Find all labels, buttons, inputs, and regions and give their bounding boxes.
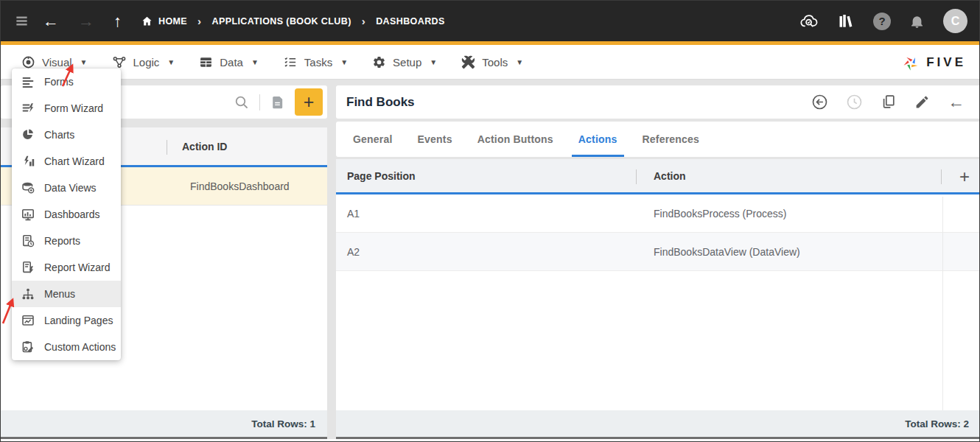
tab-actions[interactable]: Actions xyxy=(566,122,630,157)
nav-back-button[interactable]: ← xyxy=(43,13,59,29)
setup-gear-icon xyxy=(372,55,386,69)
total-rows-label: Total Rows: 1 xyxy=(251,418,315,429)
menu-item-landing-pages[interactable]: Landing Pages xyxy=(12,307,121,334)
user-avatar[interactable]: C xyxy=(943,9,967,33)
caret-down-icon: ▼ xyxy=(430,58,437,66)
nav-up-button[interactable]: ↑ xyxy=(113,13,122,29)
menu-item-menus[interactable]: Menus xyxy=(12,281,121,307)
form-wizard-icon xyxy=(21,102,35,115)
tab-action-buttons[interactable]: Action Buttons xyxy=(465,122,566,157)
data-views-icon xyxy=(21,181,35,194)
collapse-panel-icon[interactable]: ← xyxy=(948,94,965,110)
custom-actions-icon xyxy=(21,340,35,354)
add-record-button[interactable]: + xyxy=(295,88,323,116)
hamburger-menu-icon[interactable] xyxy=(14,14,29,28)
action-cell: FindBooksProcess (Process) xyxy=(654,208,787,220)
document-icon[interactable] xyxy=(270,94,285,110)
nav-forward-button[interactable]: → xyxy=(78,13,94,29)
tasks-icon xyxy=(283,55,298,69)
dashboards-icon xyxy=(21,208,35,221)
app-window: ← → ↑ HOME › APPLICATIONS (BOOK CLUB) › … xyxy=(0,0,980,442)
table-row[interactable]: A1 FindBooksProcess (Process) xyxy=(336,194,980,233)
detail-panel-bottom-edge xyxy=(336,437,980,441)
menu-item-dashboards[interactable]: Dashboards xyxy=(12,201,121,228)
actions-table-header: Page Position Action + xyxy=(336,159,980,194)
menus-icon xyxy=(21,287,35,301)
history-clock-icon[interactable] xyxy=(846,94,863,110)
caret-down-icon: ▼ xyxy=(80,58,88,66)
five-brand-logo: FIVE xyxy=(901,45,966,80)
tab-events[interactable]: Events xyxy=(405,122,465,157)
caret-down-icon: ▼ xyxy=(251,58,259,66)
menu-item-reports[interactable]: Reports xyxy=(12,228,121,254)
menu-item-chart-wizard[interactable]: Chart Wizard xyxy=(12,148,121,175)
breadcrumb-chevron-icon: › xyxy=(362,15,365,27)
notifications-bell-icon[interactable] xyxy=(909,13,925,29)
top-navbar: ← → ↑ HOME › APPLICATIONS (BOOK CLUB) › … xyxy=(1,1,980,45)
action-cell: FindBooksDataView (DataView) xyxy=(654,246,800,258)
caret-down-icon: ▼ xyxy=(340,58,348,66)
help-icon[interactable]: ? xyxy=(873,13,891,30)
breadcrumb-chevron-icon: › xyxy=(197,15,201,27)
logic-icon xyxy=(112,55,127,69)
visual-menu-dropdown: Forms Form Wizard Charts Chart Wizard Da… xyxy=(12,69,121,360)
actions-table: Page Position Action + A1 FindBooksProce… xyxy=(336,159,980,437)
breadcrumb: HOME › APPLICATIONS (BOOK CLUB) › DASHBO… xyxy=(141,15,445,27)
brand-wordmark: FIVE xyxy=(926,55,966,70)
deploy-cloud-icon[interactable] xyxy=(799,13,819,29)
menu-visual[interactable]: Visual ▼ xyxy=(21,55,88,69)
edit-pencil-icon[interactable] xyxy=(914,94,930,110)
add-action-button[interactable]: + xyxy=(948,159,980,194)
charts-icon xyxy=(21,128,35,141)
search-icon[interactable] xyxy=(234,94,250,110)
left-panel-bottom-edge xyxy=(1,437,327,441)
tab-general[interactable]: General xyxy=(340,122,405,157)
detail-header: Find Books ← xyxy=(336,85,980,119)
menu-setup[interactable]: Setup ▼ xyxy=(372,55,437,69)
toolbar-divider xyxy=(259,94,260,110)
visual-icon xyxy=(21,55,35,69)
data-icon xyxy=(199,55,213,69)
action-id-cell: FindBooksDashboard xyxy=(190,180,290,192)
menu-logic[interactable]: Logic ▼ xyxy=(112,55,175,69)
menu-item-data-views[interactable]: Data Views xyxy=(12,175,121,201)
breadcrumb-applications[interactable]: APPLICATIONS (BOOK CLUB) xyxy=(212,16,351,27)
column-header-action: Action xyxy=(654,170,686,182)
column-divider xyxy=(167,140,167,155)
detail-tabs: General Events Action Buttons Actions Re… xyxy=(336,122,980,157)
report-wizard-icon xyxy=(21,261,35,274)
breadcrumb-home[interactable]: HOME xyxy=(141,15,187,27)
menu-item-report-wizard[interactable]: Report Wizard xyxy=(12,254,121,281)
page-title: Find Books xyxy=(346,95,415,110)
menu-tasks[interactable]: Tasks ▼ xyxy=(283,55,348,69)
page-position-cell: A2 xyxy=(347,246,360,258)
library-books-icon[interactable] xyxy=(837,13,855,29)
five-pinwheel-icon xyxy=(901,53,920,72)
caret-down-icon: ▼ xyxy=(516,58,523,66)
copy-icon[interactable] xyxy=(881,94,897,110)
column-header-page-position: Page Position xyxy=(347,170,416,182)
menu-tools[interactable]: Tools ▼ xyxy=(461,55,523,69)
column-divider xyxy=(941,169,942,184)
chart-wizard-icon xyxy=(21,155,35,168)
tab-references[interactable]: References xyxy=(630,122,713,157)
left-list-footer: Total Rows: 1 xyxy=(1,410,327,437)
page-position-cell: A1 xyxy=(347,208,360,220)
forms-icon xyxy=(21,75,35,88)
total-rows-label: Total Rows: 2 xyxy=(905,418,969,429)
table-row[interactable]: A2 FindBooksDataView (DataView) xyxy=(336,233,980,271)
landing-pages-icon xyxy=(21,314,35,327)
menu-item-charts[interactable]: Charts xyxy=(12,122,121,148)
reports-icon xyxy=(21,234,35,248)
breadcrumb-dashboards[interactable]: DASHBOARDS xyxy=(376,16,445,27)
tools-icon xyxy=(461,55,475,69)
menu-data[interactable]: Data ▼ xyxy=(199,55,259,69)
column-divider xyxy=(636,169,637,184)
menu-item-forms[interactable]: Forms xyxy=(12,69,121,95)
menu-item-custom-actions[interactable]: Custom Actions xyxy=(12,334,121,360)
menu-item-form-wizard[interactable]: Form Wizard xyxy=(12,95,121,122)
actions-table-footer: Total Rows: 2 xyxy=(336,410,980,437)
menu-bar: Visual ▼ Logic ▼ Data ▼ xyxy=(1,45,980,80)
undo-icon[interactable] xyxy=(811,94,828,110)
column-header-action-id: Action ID xyxy=(182,141,227,152)
